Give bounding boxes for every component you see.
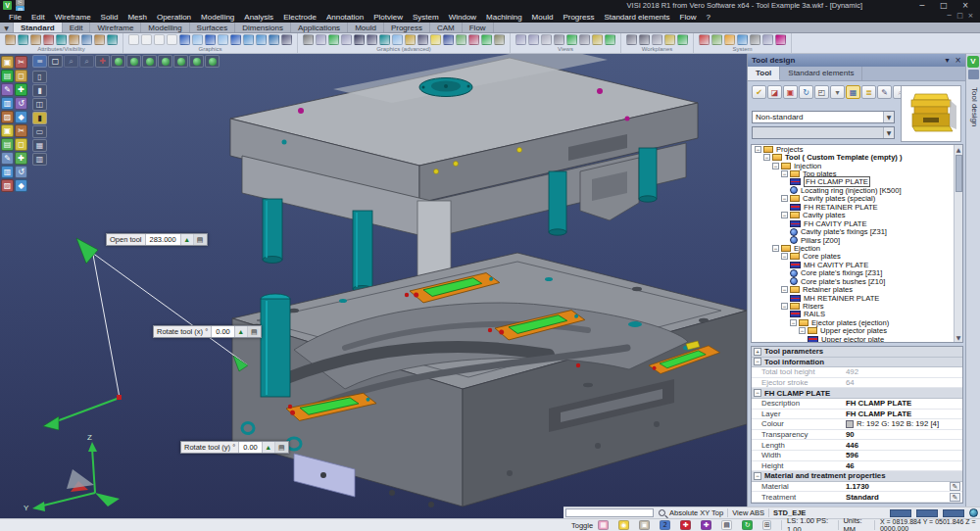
toolbar-icon-3-12[interactable]	[443, 34, 454, 45]
toolbar-icon-3-10[interactable]	[417, 34, 428, 45]
toolbar-icon-3-8[interactable]	[392, 34, 403, 45]
panel-tool-icon-4[interactable]: ↻	[799, 85, 813, 99]
param-section-header[interactable]: +Tool parameters	[752, 347, 962, 358]
view-preset-icon-5[interactable]	[111, 55, 125, 68]
tree-expander-icon[interactable]: −	[781, 253, 788, 260]
param-value[interactable]: FH CLAMP PLATE	[846, 399, 962, 408]
toolbar-icon-2-1[interactable]	[128, 34, 139, 45]
panel-tab-standard-elements[interactable]: Standard elements	[780, 67, 862, 80]
left-tool-icon-8[interactable]: ↺	[15, 97, 27, 110]
menu-solid[interactable]: Solid	[96, 13, 123, 22]
param-value[interactable]: FH CLAMP PLATE	[846, 410, 962, 418]
layer-block-1[interactable]	[890, 509, 911, 517]
template-select-secondary[interactable]: ▼	[752, 126, 895, 139]
mdi-restore-icon[interactable]: □	[955, 12, 965, 21]
toolbar-icon-2-3[interactable]	[154, 34, 165, 45]
menu-wireframe[interactable]: Wireframe	[50, 13, 96, 22]
toolbar-icon-3-15[interactable]	[481, 34, 492, 45]
menu-analysis[interactable]: Analysis	[239, 13, 278, 22]
tree-expander-icon[interactable]: −	[763, 154, 770, 161]
toolbar-icon-1-4[interactable]	[43, 34, 54, 45]
toolbar-icon-1-3[interactable]	[30, 34, 41, 45]
scrollbar-thumb[interactable]	[956, 155, 962, 192]
toolbar-icon-3-7[interactable]	[379, 34, 390, 45]
tree-expander-icon[interactable]: −	[781, 212, 788, 218]
toolbar-icon-3-14[interactable]	[468, 34, 479, 45]
param-value[interactable]: 446	[846, 441, 962, 450]
3d-viewport[interactable]: Z Y Open tool 283.000 ▲ ▤ Rotate tool (x…	[0, 54, 747, 518]
display-mode-icon-5[interactable]: ▭	[32, 125, 47, 138]
param-value[interactable]: 596	[846, 451, 962, 459]
panel-tool-icon-7[interactable]: ▦	[846, 85, 860, 99]
toolbar-icon-3-3[interactable]	[328, 34, 339, 45]
toggle-icon-6[interactable]: ✚	[701, 520, 711, 530]
view-preset-icon-3[interactable]: ⌕	[79, 55, 94, 68]
param-section-header[interactable]: −FH CLAMP PLATE	[752, 388, 962, 399]
toolbar-icon-1-5[interactable]	[56, 34, 67, 45]
left-tool-icon-5[interactable]: ✎	[1, 83, 14, 96]
open-tool-apply-icon[interactable]: ▲	[181, 234, 194, 245]
ribbon-tab-dimensions[interactable]: Dimensions	[235, 23, 291, 32]
toolbar-icon-2-5[interactable]	[179, 34, 190, 45]
menu-mesh[interactable]: Mesh	[122, 13, 152, 22]
toggle-icon-2[interactable]: ◉	[618, 520, 629, 530]
menu-?[interactable]: ?	[701, 13, 714, 22]
left-tool-icon-4[interactable]: ◻	[15, 70, 27, 82]
tree-item[interactable]: Pillars [Z00]	[752, 236, 962, 244]
expander-icon[interactable]: +	[754, 348, 761, 356]
toolbar-icon-1-9[interactable]	[107, 34, 118, 45]
toolbar-icon-1-8[interactable]	[94, 34, 105, 45]
toolbar-icon-4-5[interactable]	[566, 34, 577, 45]
display-mode-icon-2[interactable]: ▮	[32, 84, 47, 97]
mdi-close-icon[interactable]: ×	[965, 12, 976, 21]
toolbar-icon-2-11[interactable]	[256, 34, 267, 45]
ribbon-tab-applications[interactable]: Applications	[291, 23, 348, 32]
toggle-icon-5[interactable]: ✚	[680, 520, 691, 530]
ribbon-tab-cam[interactable]: CAM	[430, 23, 463, 32]
menu-modelling[interactable]: Modelling	[196, 13, 239, 22]
toolbar-icon-1-1[interactable]	[5, 34, 16, 45]
toolbar-icon-3-13[interactable]	[456, 34, 466, 45]
param-value[interactable]: 90	[846, 430, 962, 439]
pin-icon[interactable]: ▾	[942, 55, 953, 66]
view-abs-button[interactable]: View ABS	[732, 508, 764, 517]
left-tool-icon-14[interactable]: ◻	[15, 138, 27, 151]
layer-block-3[interactable]	[943, 509, 964, 517]
tree-expander-icon[interactable]: −	[755, 146, 761, 153]
toolbar-icon-2-6[interactable]	[192, 34, 203, 45]
left-tool-icon-3[interactable]: ▤	[1, 70, 14, 82]
rotate-x-options-icon[interactable]: ▤	[248, 326, 261, 337]
tree-expander-icon[interactable]: −	[781, 286, 788, 293]
tree-expander-icon[interactable]: −	[772, 245, 779, 252]
left-tool-icon-11[interactable]: ▣	[1, 124, 14, 137]
left-tool-icon-15[interactable]: ✎	[1, 152, 14, 165]
ribbon-tab-standard[interactable]: Standard	[14, 23, 63, 32]
rotate-y-apply-icon[interactable]: ▲	[263, 442, 275, 453]
toolbar-icon-5-5[interactable]	[677, 34, 688, 45]
toolbar-icon-2-7[interactable]	[205, 34, 216, 45]
left-tool-icon-9[interactable]: ▨	[1, 111, 14, 123]
toolbar-icon-4-6[interactable]	[579, 34, 590, 45]
menu-flow[interactable]: Flow	[675, 13, 702, 22]
ribbon-tab-edit[interactable]: Edit	[63, 23, 91, 32]
menu-plotview[interactable]: Plotview	[368, 13, 408, 22]
toolbar-icon-3-16[interactable]	[494, 34, 505, 45]
tree-item[interactable]: Core plate's bushes [Z10]	[752, 277, 962, 285]
display-mode-icon-3[interactable]: ◫	[32, 98, 47, 111]
display-mode-icon-1[interactable]: ▯	[32, 71, 47, 83]
panel-tool-icon-9[interactable]: ✎	[877, 85, 892, 99]
menu-machining[interactable]: Machining	[481, 13, 526, 22]
view-mode-button[interactable]: Absolute XY Top	[669, 508, 723, 517]
dock-tab-tool-design[interactable]: Tool design	[967, 87, 979, 126]
globe-icon[interactable]	[969, 508, 978, 517]
left-tool-icon-10[interactable]: ◆	[15, 111, 27, 123]
tree-expander-icon[interactable]: −	[790, 319, 797, 326]
panel-tab-tool[interactable]: Tool	[748, 67, 780, 80]
search-input[interactable]	[565, 508, 654, 517]
tree-item[interactable]: −Risers	[752, 302, 962, 310]
menu-electrode[interactable]: Electrode	[278, 13, 321, 22]
display-mode-icon-6[interactable]: ▦	[32, 139, 47, 152]
tree-expander-icon[interactable]: −	[781, 195, 788, 202]
expander-icon[interactable]: −	[754, 389, 761, 397]
tree-item[interactable]: −Ejection	[752, 244, 962, 252]
